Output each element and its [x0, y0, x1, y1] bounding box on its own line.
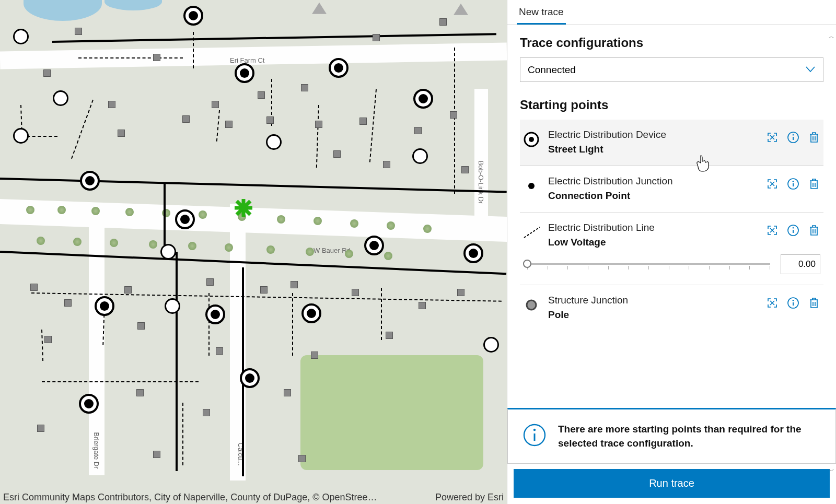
map-canvas[interactable]: W Bauer Rd Eri Farm Ct Bob-O-Link Dr Bri… — [0, 0, 507, 504]
svg-point-8 — [793, 181, 794, 182]
trace-panel: New trace Trace configurations Connected… — [507, 0, 836, 504]
line-position-value[interactable] — [781, 254, 820, 274]
tab-new-trace[interactable]: New trace — [517, 0, 566, 25]
svg-point-15 — [793, 300, 794, 301]
starting-point-item[interactable]: Electric Distribution Line Low Voltage — [520, 213, 823, 285]
trash-icon[interactable] — [808, 224, 820, 239]
map-powered-by: Powered by Esri — [427, 492, 504, 503]
trash-icon[interactable] — [808, 131, 820, 146]
starting-point-item[interactable]: Electric Distribution Junction Connectio… — [520, 166, 823, 213]
info-icon[interactable] — [787, 224, 799, 239]
svg-point-4 — [793, 134, 794, 136]
scroll-down-icon[interactable]: ﹀ — [829, 467, 834, 475]
sp-asset-label: Connection Point — [548, 190, 758, 202]
trash-icon[interactable] — [808, 178, 820, 192]
trace-config-select[interactable]: Connected — [520, 57, 823, 82]
trace-configs-heading: Trace configurations — [507, 36, 836, 57]
focus-icon[interactable] — [766, 297, 779, 311]
info-icon[interactable] — [787, 178, 799, 192]
run-trace-button[interactable]: Run trace — [514, 469, 830, 498]
sp-type-label: Structure Junction — [548, 295, 758, 306]
structure-ring-icon — [523, 297, 540, 313]
focus-icon[interactable] — [766, 224, 779, 239]
line-dash-icon — [523, 224, 540, 241]
svg-point-1 — [529, 137, 534, 142]
info-notice: There are more starting points than requ… — [507, 408, 836, 464]
focus-icon[interactable] — [766, 178, 779, 192]
map-attribution: Esri Community Maps Contributors, City o… — [3, 492, 377, 503]
sp-type-label: Electric Distribution Device — [548, 129, 758, 140]
junction-dot-icon — [523, 178, 540, 194]
sp-type-label: Electric Distribution Line — [548, 222, 758, 233]
starting-point-item[interactable]: Structure Junction Pole — [520, 285, 823, 331]
svg-point-18 — [533, 429, 536, 431]
scrollbar[interactable]: ︿ ﹀ — [828, 32, 835, 475]
road-label-briergate: Briergate Dr — [92, 432, 100, 469]
sp-asset-label: Street Light — [548, 144, 758, 155]
info-icon — [522, 423, 547, 449]
chevron-down-icon — [806, 65, 815, 75]
svg-point-11 — [793, 227, 794, 229]
notice-text: There are more starting points than requ… — [558, 422, 821, 451]
svg-point-5 — [528, 183, 535, 189]
sp-asset-label: Pole — [548, 309, 758, 321]
line-position-slider[interactable] — [523, 259, 774, 270]
starting-points-list: Electric Distribution Device Street Ligh… — [507, 120, 836, 408]
sp-asset-label: Low Voltage — [548, 237, 758, 248]
device-ring-icon — [523, 131, 540, 148]
sp-type-label: Electric Distribution Junction — [548, 175, 758, 187]
selected-point-marker — [234, 198, 253, 218]
starting-point-item[interactable]: Electric Distribution Device Street Ligh… — [520, 120, 823, 166]
road-label-bobolink: Bob-O-Link Dr — [477, 161, 485, 204]
scroll-up-icon[interactable]: ︿ — [829, 32, 834, 40]
focus-icon[interactable] — [766, 131, 779, 146]
svg-point-12 — [527, 300, 536, 310]
info-icon[interactable] — [787, 131, 799, 146]
info-icon[interactable] — [787, 297, 799, 311]
trash-icon[interactable] — [808, 297, 820, 311]
starting-points-heading: Starting points — [507, 98, 836, 120]
